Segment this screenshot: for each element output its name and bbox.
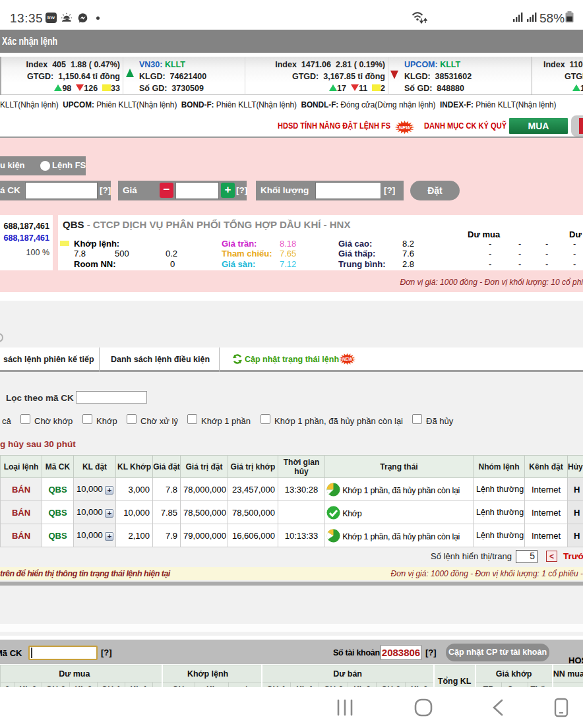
svg-text:NEW: NEW <box>398 125 411 131</box>
svg-text:NEW: NEW <box>342 357 353 361</box>
